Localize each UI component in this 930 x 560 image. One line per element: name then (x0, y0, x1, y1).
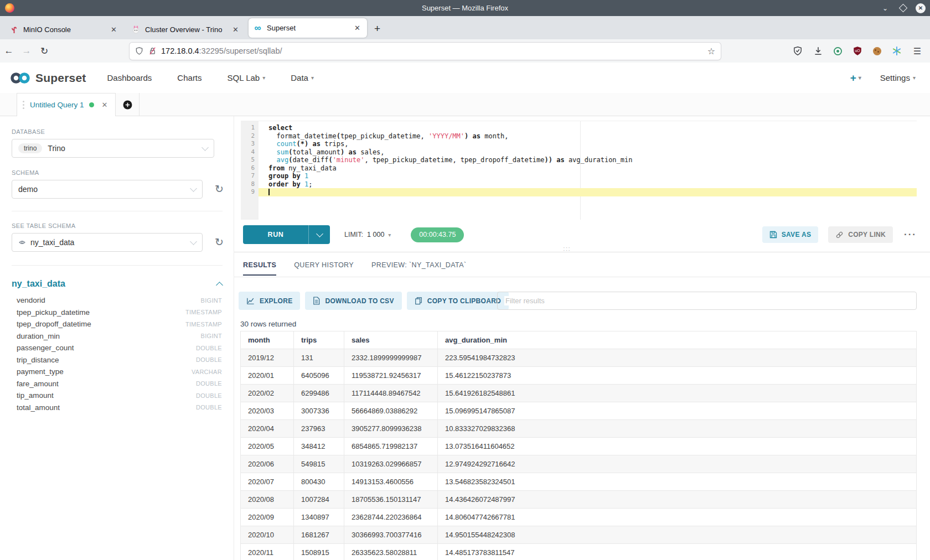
query-tab-bar: Untitled Query 1 ✕ (0, 93, 930, 116)
window-maximize-icon[interactable] (898, 3, 908, 13)
window-minimize-icon[interactable]: ⌄ (880, 3, 890, 13)
code-line-4[interactable]: sum(total_amount) as sales, (259, 148, 917, 157)
results-table: monthtripssalesavg_duration_min 2019/121… (240, 331, 917, 560)
splitter-drag-handle[interactable]: ······ (563, 246, 571, 252)
superset-logo[interactable]: Superset (10, 71, 86, 85)
window-close-icon[interactable]: ✕ (916, 3, 926, 13)
app-window: Superset — Mozilla Firefox ⌄ ✕ MinIO Con… (0, 0, 930, 560)
column-header-avg_duration_min[interactable]: avg_duration_min (438, 331, 917, 349)
database-label: DATABASE (12, 128, 234, 135)
database-tag: trino (18, 143, 42, 153)
reload-icon[interactable]: ↻ (35, 45, 53, 57)
column-header-sales[interactable]: sales (344, 331, 438, 349)
run-options-caret[interactable] (309, 225, 330, 244)
code-line-8[interactable]: order by 1; (259, 180, 917, 189)
query-timer-badge: 00:00:43.75 (411, 227, 464, 242)
browser-tab-2[interactable]: Cluster Overview - Trino✕ (127, 20, 245, 39)
code-line-7[interactable]: group by 1 (259, 172, 917, 180)
account-shield-icon[interactable] (793, 46, 803, 56)
query-tab-close-icon[interactable]: ✕ (102, 101, 108, 109)
download-to-csv-button[interactable]: DOWNLOAD TO CSV (305, 292, 401, 310)
add-query-tab-button[interactable] (116, 93, 140, 116)
new-item-button[interactable]: +▾ (850, 72, 861, 84)
refresh-schemas-icon[interactable]: ↻ (215, 184, 224, 194)
column-name: vendorid (17, 296, 201, 304)
tab-close-icon[interactable]: ✕ (108, 24, 119, 35)
column-type: BIGINT (201, 297, 222, 304)
browser-tab-3[interactable]: ∞Superset✕ (249, 18, 367, 38)
menu-hamburger-icon[interactable]: ☰ (912, 46, 922, 56)
forward-icon[interactable]: → (18, 45, 35, 56)
firefox-icon (5, 3, 14, 13)
table-row: 2020/016405096119538721.9245631715.46122… (241, 367, 917, 385)
downloads-icon[interactable] (813, 46, 823, 56)
row-count-text: 30 rows returned (240, 320, 296, 328)
filter-results-input[interactable] (504, 296, 910, 305)
copy-to-clipboard-button[interactable]: COPY TO CLIPBOARD (407, 292, 509, 310)
drag-handle-icon[interactable] (23, 104, 24, 106)
nav-item-sql-lab[interactable]: SQL Lab▾ (228, 73, 266, 82)
query-tab-title: Untitled Query 1 (30, 101, 84, 109)
code-line-9[interactable] (259, 188, 917, 196)
back-icon[interactable]: ← (0, 45, 18, 56)
code-line-6[interactable]: from ny_taxi_data (259, 164, 917, 173)
trino-favicon (131, 25, 141, 34)
table-select[interactable]: ny_taxi_data (12, 233, 203, 252)
ublock-icon[interactable]: uO (852, 46, 862, 56)
query-tab[interactable]: Untitled Query 1 ✕ (17, 93, 116, 116)
refresh-tables-icon[interactable]: ↻ (215, 237, 224, 247)
column-name: total_amount (17, 403, 196, 412)
column-header-month[interactable]: month (241, 331, 294, 349)
file-icon (313, 297, 320, 305)
code-line-3[interactable]: count(*) as trips, (259, 140, 917, 148)
tracking-shield-icon[interactable] (135, 46, 143, 55)
results-tab-query-history[interactable]: QUERY HISTORY (294, 261, 354, 276)
snowflake-extension-icon[interactable] (892, 46, 902, 56)
bookmark-star-icon[interactable]: ☆ (707, 46, 715, 56)
schema-select[interactable]: demo (12, 180, 203, 199)
column-name: tpep_pickup_datetime (17, 308, 185, 317)
new-tab-button[interactable]: + (374, 23, 380, 35)
settings-menu[interactable]: Settings▾ (880, 73, 916, 82)
browser-tab-1[interactable]: MinIO Console✕ (5, 20, 123, 39)
code-line-1[interactable]: select (259, 124, 917, 132)
save-as-button[interactable]: SAVE AS (762, 226, 818, 243)
nav-item-dashboards[interactable]: Dashboards (107, 73, 152, 82)
column-name: tpep_dropoff_datetime (17, 320, 185, 328)
code-line-2[interactable]: format_datetime(tpep_pickup_datetime, 'Y… (259, 132, 917, 141)
floppy-save-icon (769, 231, 777, 238)
tab-close-icon[interactable]: ✕ (352, 23, 363, 33)
column-type: TIMESTAMP (185, 309, 222, 315)
results-tab-preview[interactable]: PREVIEW: `NY_TAXI_DATA` (371, 261, 467, 276)
code-line-5[interactable]: avg(date_diff('minute', tpep_pickup_date… (259, 156, 917, 164)
window-title: Superset — Mozilla Firefox (0, 4, 930, 12)
table-panel-title[interactable]: ny_taxi_data (12, 279, 217, 289)
database-select[interactable]: trino Trino (12, 139, 214, 158)
limit-control[interactable]: LIMIT:1 000▾ (344, 231, 391, 238)
nav-item-data[interactable]: Data▾ (291, 73, 314, 82)
column-type: DOUBLE (196, 380, 222, 387)
browser-toolbar: ← → ↻ 172.18.0.4:32295/superset/sqllab/ … (0, 39, 930, 63)
pane-splitter[interactable]: ······ (234, 252, 930, 252)
insecure-lock-icon[interactable] (148, 46, 157, 55)
url-bar[interactable]: 172.18.0.4:32295/superset/sqllab/ ☆ (130, 43, 721, 60)
column-header-trips[interactable]: trips (294, 331, 344, 349)
sql-editor[interactable]: 123456789 select format_datetime(tpep_pi… (241, 121, 917, 220)
extension-icon[interactable] (834, 47, 842, 55)
chevron-down-icon: ▾ (262, 75, 265, 81)
cookie-icon[interactable] (873, 47, 881, 55)
url-text[interactable]: 172.18.0.4:32295/superset/sqllab/ (161, 46, 707, 55)
text-cursor (268, 189, 270, 195)
collapse-chevron-icon[interactable] (216, 282, 223, 289)
tab-close-icon[interactable]: ✕ (230, 24, 241, 35)
more-options-icon[interactable]: ··· (904, 229, 917, 240)
column-row: passenger_countDOUBLE (17, 342, 222, 354)
run-button[interactable]: RUN (243, 225, 330, 244)
table-row: 2020/03300733656664869.0388629215.096995… (241, 402, 917, 420)
copy-link-button[interactable]: COPY LINK (828, 226, 893, 243)
filter-results-box[interactable] (497, 292, 917, 310)
column-row: total_amountDOUBLE (17, 402, 222, 414)
explore-button[interactable]: EXPLORE (239, 292, 300, 310)
nav-item-charts[interactable]: Charts (177, 73, 202, 82)
results-tab-results[interactable]: RESULTS (243, 261, 276, 276)
